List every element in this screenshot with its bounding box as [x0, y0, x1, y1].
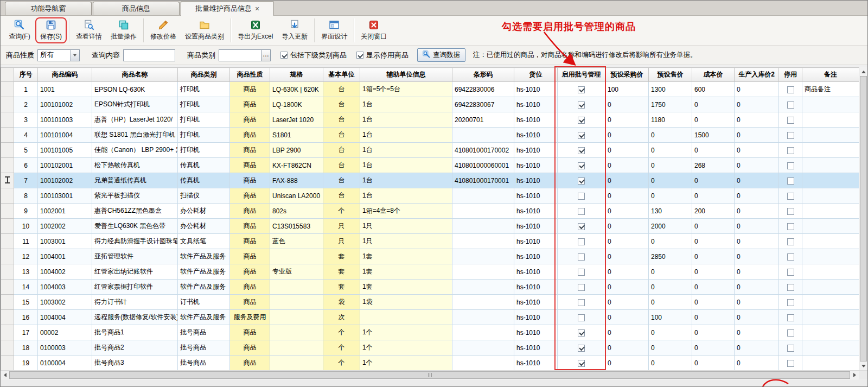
- cell-nat[interactable]: 商品: [230, 264, 270, 280]
- cell-dis[interactable]: [779, 234, 802, 249]
- cell-pp2[interactable]: 0: [735, 97, 779, 112]
- row-header[interactable]: [1, 310, 14, 325]
- cell-seq[interactable]: 14: [14, 280, 38, 295]
- cell-cp[interactable]: 0: [692, 97, 735, 112]
- cell-pp2[interactable]: 0: [735, 264, 779, 280]
- cell-aux[interactable]: 1台: [360, 173, 452, 188]
- cell-nat[interactable]: 商品: [230, 112, 270, 128]
- cell-nat[interactable]: 商品: [230, 97, 270, 112]
- batch-enable-checkbox[interactable]: [578, 284, 585, 291]
- cell-name[interactable]: 紫光平板扫描仪: [92, 188, 178, 204]
- cell-batch[interactable]: [558, 173, 605, 188]
- batch-enable-checkbox[interactable]: [578, 117, 585, 124]
- cell-seq[interactable]: 15: [14, 295, 38, 310]
- cell-cat[interactable]: 办公耗材: [178, 219, 230, 234]
- cell-rem[interactable]: [802, 97, 859, 112]
- cell-cp[interactable]: 200: [692, 204, 735, 219]
- cell-unit[interactable]: 台: [323, 158, 360, 173]
- cell-name[interactable]: 批号商品3: [92, 356, 178, 371]
- disable-checkbox[interactable]: [787, 360, 794, 367]
- scroll-up-icon[interactable]: [859, 67, 867, 76]
- cell-rem[interactable]: [802, 280, 859, 295]
- batch-enable-checkbox[interactable]: [578, 314, 585, 321]
- cell-seq[interactable]: 1: [14, 82, 38, 97]
- cell-batch[interactable]: [558, 82, 605, 97]
- cell-nat[interactable]: 商品: [230, 173, 270, 188]
- cell-rem[interactable]: [802, 128, 859, 143]
- toolbar-button-batch-ops[interactable]: 批量操作: [106, 17, 141, 43]
- row-header[interactable]: [1, 280, 14, 295]
- cell-cat[interactable]: 传真机: [178, 173, 230, 188]
- cell-rem[interactable]: [802, 264, 859, 280]
- cell-dis[interactable]: [779, 158, 802, 173]
- batch-enable-checkbox[interactable]: [578, 147, 585, 154]
- query-data-button[interactable]: 查询数据: [417, 48, 465, 62]
- cell-unit[interactable]: 个: [323, 340, 360, 356]
- cell-seq[interactable]: 12: [14, 249, 38, 264]
- row-header[interactable]: [1, 188, 14, 204]
- disable-checkbox[interactable]: [787, 208, 794, 215]
- table-row[interactable]: 91002001惠普CH561ZZ黑色墨盒办公耗材商品802s个1箱=4盒=8个…: [1, 204, 859, 219]
- cell-code[interactable]: 1002001: [38, 204, 92, 219]
- cell-sp[interactable]: 0: [649, 143, 692, 158]
- cell-aux[interactable]: 1个: [360, 356, 452, 371]
- cell-unit[interactable]: 台: [323, 112, 360, 128]
- cell-dis[interactable]: [779, 143, 802, 158]
- cell-aux[interactable]: 1台: [360, 143, 452, 158]
- cell-loc[interactable]: hs-1010: [514, 264, 558, 280]
- cell-dis[interactable]: [779, 325, 802, 340]
- query-content-input[interactable]: [123, 49, 175, 61]
- cell-rem[interactable]: [802, 158, 859, 173]
- horizontal-scroll-thumb[interactable]: [9, 371, 850, 379]
- cell-loc[interactable]: hs-1010: [514, 340, 558, 356]
- disable-checkbox[interactable]: [787, 253, 794, 261]
- cell-loc[interactable]: hs-1010: [514, 97, 558, 112]
- cell-cat[interactable]: 订书机: [178, 295, 230, 310]
- cell-cp[interactable]: 0: [692, 173, 735, 188]
- cell-cat[interactable]: 批号商品: [178, 356, 230, 371]
- cell-spec[interactable]: [270, 325, 323, 340]
- cell-cp[interactable]: 0: [692, 264, 735, 280]
- row-header[interactable]: [1, 295, 14, 310]
- cell-unit[interactable]: 套: [323, 249, 360, 264]
- row-header[interactable]: [1, 158, 14, 173]
- batch-enable-checkbox[interactable]: [578, 269, 585, 276]
- cell-rem[interactable]: [802, 325, 859, 340]
- table-row[interactable]: 11001EPSON LQ-630K打印机商品LQ-630K | 620K台1箱…: [1, 82, 859, 97]
- cell-unit[interactable]: 台: [323, 97, 360, 112]
- cell-sp[interactable]: 2850: [649, 249, 692, 264]
- cell-name[interactable]: 得力订书针: [92, 295, 178, 310]
- row-header[interactable]: [1, 356, 14, 371]
- cell-cat[interactable]: 批号商品: [178, 340, 230, 356]
- cell-seq[interactable]: 7: [14, 173, 38, 188]
- cell-pp2[interactable]: 0: [735, 143, 779, 158]
- batch-enable-checkbox[interactable]: [578, 208, 585, 215]
- nature-filter-select[interactable]: 所有: [37, 49, 80, 61]
- cell-batch[interactable]: [558, 295, 605, 310]
- cell-aux[interactable]: 1个: [360, 325, 452, 340]
- table-row[interactable]: 101002002爱普生LQ630K 黑色色带办公耗材商品C13S015583只…: [1, 219, 859, 234]
- row-header[interactable]: [1, 340, 14, 356]
- cell-unit[interactable]: 只: [323, 219, 360, 234]
- cell-name[interactable]: 松下热敏传真机: [92, 158, 178, 173]
- cell-pp[interactable]: 0: [605, 356, 649, 371]
- cell-sp[interactable]: 1750: [649, 97, 692, 112]
- cell-sp[interactable]: 2000: [649, 219, 692, 234]
- cell-aux[interactable]: 1只: [360, 234, 452, 249]
- cell-loc[interactable]: hs-1010: [514, 219, 558, 234]
- cell-loc[interactable]: hs-1010: [514, 325, 558, 340]
- batch-enable-checkbox[interactable]: [578, 223, 585, 230]
- cell-sp[interactable]: 0: [649, 340, 692, 356]
- cell-pp2[interactable]: 0: [735, 310, 779, 325]
- tab-close-icon[interactable]: ×: [255, 5, 259, 12]
- toolbar-button-modify-price[interactable]: 修改价格: [146, 17, 181, 43]
- cell-sp[interactable]: 1300: [649, 82, 692, 97]
- cell-loc[interactable]: hs-1010: [514, 188, 558, 204]
- cell-pp[interactable]: 0: [605, 97, 649, 112]
- cell-batch[interactable]: [558, 128, 605, 143]
- cell-aux[interactable]: 1台: [360, 128, 452, 143]
- cell-cp[interactable]: 1500: [692, 128, 735, 143]
- scroll-right-icon[interactable]: [850, 371, 859, 379]
- cell-seq[interactable]: 6: [14, 158, 38, 173]
- cell-name[interactable]: EPSON针式打印机: [92, 97, 178, 112]
